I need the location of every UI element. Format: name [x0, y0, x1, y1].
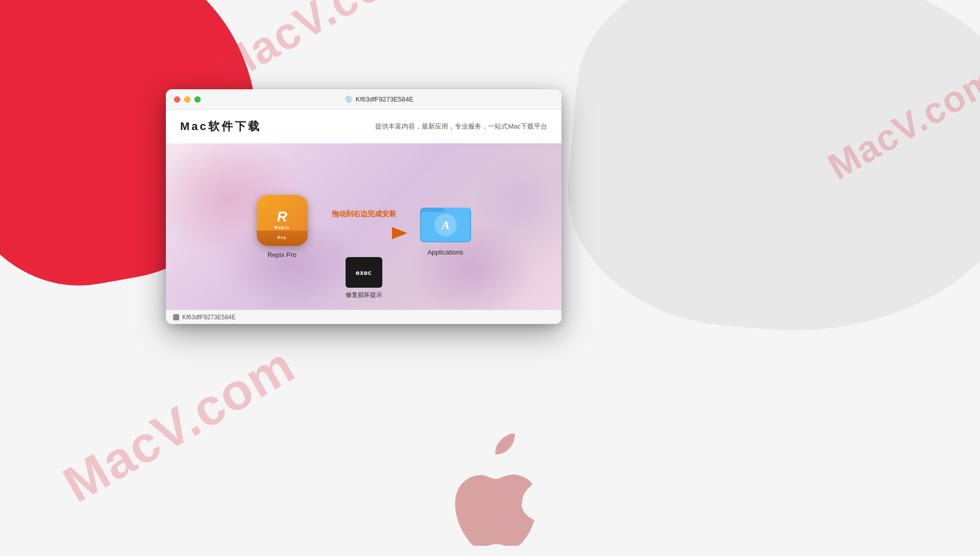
app-icon-stripe: Pro	[257, 231, 308, 246]
folder-label: Applications	[427, 248, 463, 256]
app-icon-pro: Pro	[277, 235, 286, 241]
app-icon-r: R	[277, 210, 287, 224]
bg-white-blob	[557, 0, 980, 351]
folder-container: A Applications	[420, 197, 471, 256]
svg-text:A: A	[440, 218, 449, 232]
apple-logo	[439, 434, 541, 546]
site-title: Mac软件下载	[180, 119, 261, 134]
header: Mac软件下载 提供丰富内容，最新应用，专业服务，一站式Mac下载平台	[166, 110, 561, 143]
exec-container: exec 修复损坏提示	[346, 257, 382, 299]
bottombar-disk-icon	[173, 314, 179, 320]
maximize-button[interactable]	[194, 96, 201, 103]
svg-marker-0	[392, 227, 407, 239]
app-icon-line1: Repix	[275, 225, 290, 231]
bottombar-filename: Kf63dfF9273E584E	[182, 314, 236, 321]
titlebar: 💿 Kf63dfF9273E584E	[166, 89, 561, 110]
installer-content: R Repix Pro Repix Pro 拖动到右边完成安装	[166, 143, 561, 310]
exec-label: 修复损坏提示	[346, 291, 382, 299]
window-title: 💿 Kf63dfF9273E584E	[205, 95, 553, 103]
exec-icon[interactable]: exec	[346, 257, 382, 288]
drag-text: 拖动到右边完成安装	[332, 210, 396, 219]
disk-icon: 💿	[345, 95, 353, 103]
app-icon-inner: R Repix Pro	[275, 210, 290, 231]
arrow-icon	[318, 223, 410, 243]
bottombar: Kf63dfF9273E584E	[166, 310, 561, 324]
applications-folder-icon[interactable]: A	[420, 197, 471, 243]
watermark-2: MacV.com	[54, 335, 305, 514]
exec-text: exec	[356, 269, 372, 276]
site-subtitle: 提供丰富内容，最新应用，专业服务，一站式Mac下载平台	[375, 122, 547, 131]
app-icon-container: R Repix Pro Repix Pro	[257, 195, 308, 259]
app-label: Repix Pro	[267, 251, 297, 259]
arrow-container: 拖动到右边完成安装	[308, 210, 420, 243]
main-window: 💿 Kf63dfF9273E584E Mac软件下载 提供丰富内容，最新应用，专…	[166, 89, 561, 324]
installer-row: R Repix Pro Repix Pro 拖动到右边完成安装	[257, 195, 471, 259]
app-icon[interactable]: R Repix Pro	[257, 195, 308, 246]
minimize-button[interactable]	[184, 96, 190, 103]
close-button[interactable]	[174, 96, 180, 103]
